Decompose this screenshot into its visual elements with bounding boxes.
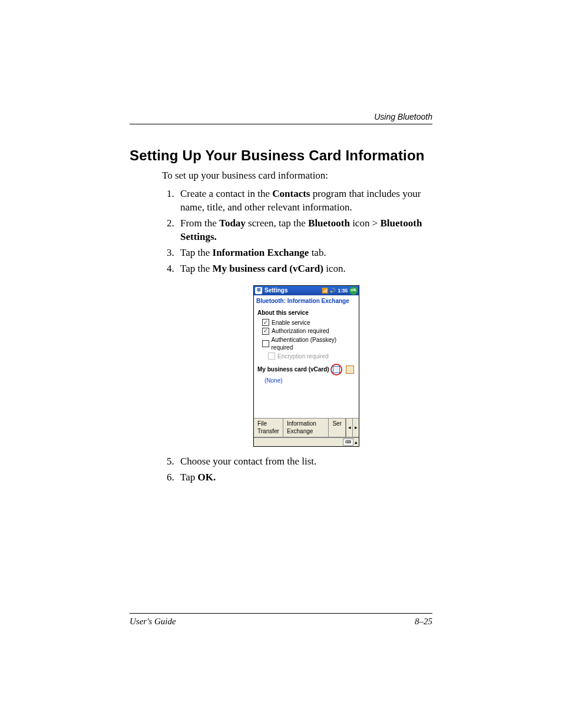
step-3: Tap the Information Exchange tab.: [177, 246, 432, 260]
step-4-pre: Tap the: [180, 263, 213, 274]
running-header: Using Bluetooth: [374, 112, 432, 121]
vcard-row: My business card (vCard): [257, 364, 355, 375]
step-4: Tap the My business card (vCard) icon. ⊞…: [177, 262, 432, 447]
tab-scroll-right-icon[interactable]: ▸: [352, 419, 359, 437]
sip-bar: ⌨ ▴: [254, 437, 359, 446]
tab-information-exchange[interactable]: Information Exchange: [283, 419, 329, 437]
checkbox-icon[interactable]: [262, 319, 269, 326]
checkbox-encryption: Encryption required: [268, 353, 355, 361]
footer-left: User's Guide: [130, 617, 176, 627]
signal-icon: 📶: [322, 287, 328, 294]
step-4-b1: My business card (vCard): [213, 263, 323, 274]
step-1-bold: Contacts: [272, 188, 310, 199]
step-2-b1: Today: [219, 218, 246, 229]
checkbox-icon: [268, 353, 275, 360]
step-5: Choose your contact from the list.: [177, 455, 432, 469]
vcard-select-icon[interactable]: [330, 364, 342, 375]
sip-up-icon[interactable]: ▴: [355, 439, 358, 446]
step-3-post: tab.: [309, 247, 326, 258]
page-footer: User's Guide 8–25: [130, 617, 432, 627]
tab-scroll-left-icon[interactable]: ◂: [346, 419, 352, 437]
page-title: Setting Up Your Business Card Informatio…: [130, 147, 432, 164]
footer-right: 8–25: [415, 617, 432, 627]
step-3-pre: Tap the: [180, 247, 213, 258]
steps-list: Create a contact in the Contacts program…: [177, 187, 432, 485]
device-panel: About this service Enable service Author…: [254, 307, 359, 386]
checkbox-icon[interactable]: [262, 340, 269, 347]
tab-serial[interactable]: Ser: [329, 419, 346, 437]
step-3-b1: Information Exchange: [213, 247, 309, 258]
step-1: Create a contact in the Contacts program…: [177, 187, 432, 215]
windows-flag-icon[interactable]: ⊞: [255, 287, 262, 294]
about-service-title: About this service: [257, 309, 355, 317]
step-6: Tap OK.: [177, 471, 432, 485]
checkbox-icon[interactable]: [262, 328, 269, 335]
titlebar-time: 1:35: [338, 287, 348, 294]
device-subheader: Bluetooth: Information Exchange: [254, 295, 359, 307]
titlebar-app: Settings: [265, 286, 287, 295]
vcard-contact-icon[interactable]: [346, 365, 354, 374]
header-rule: [130, 124, 432, 124]
footer-rule: [130, 613, 432, 614]
tab-file-transfer[interactable]: File Transfer: [254, 419, 283, 437]
step-2-mid1: screen, tap the: [246, 218, 308, 229]
step-1-pre: Create a contact in the: [180, 188, 272, 199]
vcard-icon: [333, 366, 340, 373]
checkbox-enable-label: Enable service: [272, 319, 310, 327]
step-6-pre: Tap: [180, 472, 198, 483]
device-screenshot: ⊞ Settings 📶 🔊 1:35 ok Bluetooth: Inform…: [253, 285, 359, 447]
checkbox-auth-label: Authorization required: [272, 327, 329, 335]
vcard-none: (None): [265, 377, 355, 385]
checkbox-encrypt-label: Encryption required: [277, 353, 329, 361]
vcard-label: My business card (vCard): [257, 365, 329, 374]
step-2-b2: Bluetooth: [308, 218, 350, 229]
checkbox-enable-service[interactable]: Enable service: [262, 319, 355, 327]
step-2-mid2: icon >: [350, 218, 381, 229]
checkbox-authorization[interactable]: Authorization required: [262, 327, 355, 335]
ok-button[interactable]: ok: [349, 286, 358, 295]
keyboard-icon[interactable]: ⌨: [343, 439, 353, 446]
step-2: From the Today screen, tap the Bluetooth…: [177, 217, 432, 244]
device-titlebar: ⊞ Settings 📶 🔊 1:35 ok: [254, 286, 359, 295]
device-tabs: File Transfer Information Exchange Ser ◂…: [254, 418, 359, 437]
step-6-b1: OK.: [198, 472, 216, 483]
checkbox-passkey[interactable]: Authentication (Passkey) required: [262, 336, 355, 352]
step-4-post: icon.: [323, 263, 346, 274]
step-2-pre: From the: [180, 218, 219, 229]
checkbox-passkey-label: Authentication (Passkey) required: [272, 336, 356, 352]
intro-text: To set up your business card information…: [162, 170, 432, 182]
speaker-icon: 🔊: [329, 287, 336, 294]
